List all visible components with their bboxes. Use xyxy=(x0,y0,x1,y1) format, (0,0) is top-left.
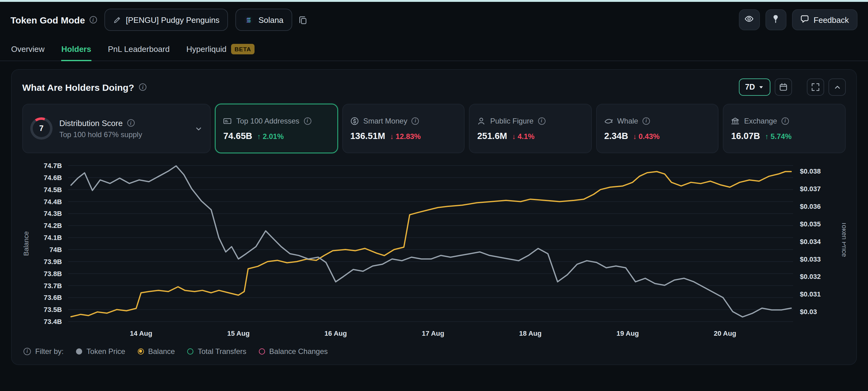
chevron-down-icon[interactable] xyxy=(195,125,203,132)
tab-label: PnL Leaderboard xyxy=(108,44,169,54)
time-range-dropdown[interactable]: 7D xyxy=(739,78,770,96)
stats-row: 7 Distribution Score Top 100 hold 67% su… xyxy=(22,104,846,153)
top-bar: Token God Mode [PENGU] Pudgy Penguins xyxy=(0,2,868,38)
info-icon[interactable] xyxy=(139,84,147,91)
svg-text:20 Aug: 20 Aug xyxy=(714,330,736,337)
filter-option-label: Token Price xyxy=(87,347,125,356)
stat-change: ↑5.74% xyxy=(765,132,792,140)
stat-value: 2.34B xyxy=(604,131,628,140)
svg-text:$0.034: $0.034 xyxy=(800,238,821,246)
tab-hyperliquid[interactable]: Hyperliquid BETA xyxy=(186,38,255,61)
svg-text:14 Aug: 14 Aug xyxy=(130,330,152,337)
solana-icon xyxy=(244,15,254,24)
tab-pnl-leaderboard[interactable]: PnL Leaderboard xyxy=(108,38,169,61)
svg-text:74.3B: 74.3B xyxy=(44,210,62,218)
svg-text:74.5B: 74.5B xyxy=(44,186,62,194)
chain-selector-button[interactable]: Solana xyxy=(236,9,292,31)
filter-option-label: Total Transfers xyxy=(198,347,246,356)
svg-text:74.6B: 74.6B xyxy=(44,174,62,182)
caret-down-icon xyxy=(758,84,764,90)
tab-label: Hyperliquid xyxy=(186,44,226,54)
info-icon[interactable] xyxy=(304,117,311,125)
stat-card-exchange[interactable]: Exchange 16.07B ↑5.74% xyxy=(723,104,846,153)
filter-option-balance[interactable]: Balance xyxy=(137,347,175,356)
svg-text:74.1B: 74.1B xyxy=(44,234,62,241)
calendar-icon xyxy=(779,83,788,91)
stat-change: ↑2.01% xyxy=(257,132,284,140)
stat-card-distribution-score[interactable]: 7 Distribution Score Top 100 hold 67% su… xyxy=(22,104,211,153)
filter-row: Filter by: Token Price Balance Total Tra… xyxy=(22,343,846,358)
holders-panel: What Are Holders Doing? 7D xyxy=(11,69,857,365)
holders-chart[interactable]: 74.7B74.6B74.5B74.4B74.3B74.2B74.1B74B73… xyxy=(22,159,846,342)
whale-icon xyxy=(604,117,613,125)
svg-text:Balance: Balance xyxy=(22,231,30,256)
filter-option-total-transfers[interactable]: Total Transfers xyxy=(187,347,246,356)
info-icon[interactable] xyxy=(89,16,97,24)
stat-label: Whale xyxy=(617,117,638,125)
eye-icon xyxy=(745,14,754,25)
feedback-label: Feedback xyxy=(814,15,849,24)
svg-text:15 Aug: 15 Aug xyxy=(227,330,250,337)
svg-text:73.7B: 73.7B xyxy=(44,282,62,290)
info-icon[interactable] xyxy=(24,348,31,355)
info-icon[interactable] xyxy=(781,117,789,125)
info-icon[interactable] xyxy=(127,119,134,127)
filter-option-label: Balance xyxy=(148,347,175,356)
filter-option-token-price[interactable]: Token Price xyxy=(76,347,125,356)
total-transfers-marker xyxy=(187,348,193,354)
watchlist-eye-button[interactable] xyxy=(739,9,760,30)
stat-label: Public Figure xyxy=(490,117,533,125)
stat-card-smart-money[interactable]: Smart Money 136.51M ↓12.83% xyxy=(342,104,465,153)
stat-value: 16.07B xyxy=(731,131,760,140)
calendar-button[interactable] xyxy=(775,78,792,96)
stat-value: 74.65B xyxy=(223,131,252,140)
token-selector-label: [PENGU] Pudgy Penguins xyxy=(126,15,220,24)
distribution-score-subtitle: Top 100 hold 67% supply xyxy=(59,130,188,139)
fullscreen-button[interactable] xyxy=(807,78,824,96)
filter-by-label: Filter by: xyxy=(35,347,64,356)
holders-chart-area: 74.7B74.6B74.5B74.4B74.3B74.2B74.1B74B73… xyxy=(22,159,846,342)
chat-bubble-icon xyxy=(801,14,809,25)
collapse-panel-button[interactable] xyxy=(829,78,846,96)
svg-text:$0.038: $0.038 xyxy=(800,167,821,175)
svg-text:73.5B: 73.5B xyxy=(44,306,62,314)
info-icon[interactable] xyxy=(412,117,419,125)
token-selector-button[interactable]: [PENGU] Pudgy Penguins xyxy=(104,9,228,31)
person-icon xyxy=(477,117,486,125)
bank-icon xyxy=(731,117,740,125)
distribution-score-value: 7 xyxy=(33,120,50,137)
svg-text:$0.033: $0.033 xyxy=(800,255,821,263)
app-root: Token God Mode [PENGU] Pudgy Penguins xyxy=(0,0,868,391)
main-content: What Are Holders Doing? 7D xyxy=(0,61,868,365)
filter-option-balance-changes[interactable]: Balance Changes xyxy=(259,347,328,356)
svg-text:$0.031: $0.031 xyxy=(800,290,821,298)
pin-button[interactable] xyxy=(766,9,786,30)
svg-text:19 Aug: 19 Aug xyxy=(617,330,639,337)
info-icon[interactable] xyxy=(538,117,545,125)
tab-label: Holders xyxy=(61,44,91,54)
tab-holders[interactable]: Holders xyxy=(61,38,91,61)
svg-text:73.4B: 73.4B xyxy=(44,318,62,326)
feedback-button[interactable]: Feedback xyxy=(792,9,858,30)
svg-text:$0.036: $0.036 xyxy=(800,203,821,210)
coin-icon xyxy=(350,117,359,125)
copy-icon[interactable] xyxy=(299,15,308,24)
stat-card-whale[interactable]: Whale 2.34B ↓0.43% xyxy=(596,104,719,153)
tab-overview[interactable]: Overview xyxy=(11,38,44,61)
filter-option-label: Balance Changes xyxy=(269,347,328,356)
svg-text:74.7B: 74.7B xyxy=(44,162,62,169)
distribution-score-label: Distribution Score xyxy=(59,118,123,128)
stat-card-public-figure[interactable]: Public Figure 251.6M ↓4.1% xyxy=(469,104,592,153)
stat-change: ↓0.43% xyxy=(633,132,659,140)
stat-label: Exchange xyxy=(744,117,777,125)
token-price-marker xyxy=(76,348,82,354)
info-icon[interactable] xyxy=(643,117,650,125)
pencil-icon xyxy=(113,16,121,24)
id-card-icon xyxy=(223,117,232,125)
top-bar-actions: Feedback xyxy=(739,9,858,30)
app-title-group: Token God Mode xyxy=(10,14,97,25)
stat-value: 251.6M xyxy=(477,131,507,140)
stat-card-top-100-addresses[interactable]: Top 100 Addresses 74.65B ↑2.01% xyxy=(215,104,338,153)
svg-text:17 Aug: 17 Aug xyxy=(422,330,444,337)
svg-text:73.6B: 73.6B xyxy=(44,294,62,301)
